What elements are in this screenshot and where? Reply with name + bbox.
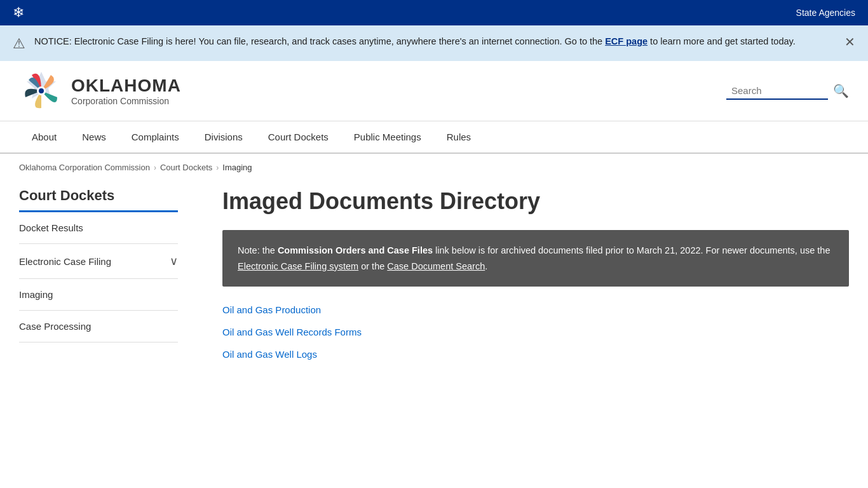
oil-gas-production-link[interactable]: Oil and Gas Production [222,304,849,315]
search-input[interactable] [726,83,828,100]
main-nav: About News Complaints Divisions Court Do… [0,121,868,154]
logo-text: OKLAHOMA Corporation Commission [71,76,181,106]
top-bar-logo: ❄ [13,4,24,21]
breadcrumb-parent[interactable]: Court Dockets [160,163,212,172]
sidebar-item-case-processing-label: Case Processing [19,321,91,332]
info-and: or the [358,261,387,271]
content-area: Imaged Documents Directory Note: the Com… [203,181,849,371]
notice-text-before: NOTICE: Electronic Case Filing is here! … [34,36,605,46]
breadcrumb-sep-1: › [154,163,156,172]
warning-icon: ⚠ [13,36,25,52]
sidebar-item-ecf[interactable]: Electronic Case Filing ∨ [19,244,178,279]
sidebar-item-imaging-label: Imaging [19,289,53,300]
state-agencies-link[interactable]: State Agencies [796,8,855,18]
ecf-system-link[interactable]: Electronic Case Filing system [238,261,358,271]
info-bold-text: Commission Orders and Case Files [278,245,433,255]
oil-gas-well-records-link[interactable]: Oil and Gas Well Records Forms [222,327,849,337]
site-header: OKLAHOMA Corporation Commission 🔍 [0,61,868,121]
logo-area: OKLAHOMA Corporation Commission [19,69,181,113]
ecf-page-link[interactable]: ECF page [605,36,648,46]
nav-about[interactable]: About [19,121,69,152]
nav-news[interactable]: News [69,121,119,152]
search-area: 🔍 [726,83,849,100]
notice-banner: ⚠ NOTICE: Electronic Case Filing is here… [0,25,868,61]
logo-commission: Corporation Commission [71,96,181,106]
svg-point-2 [39,88,44,93]
sidebar-item-imaging[interactable]: Imaging [19,279,178,311]
nav-divisions[interactable]: Divisions [192,121,255,152]
sidebar-item-case-processing[interactable]: Case Processing [19,311,178,342]
oklahoma-logo [19,69,64,113]
notice-close-button[interactable]: ✕ [844,34,855,50]
nav-rules[interactable]: Rules [434,121,484,152]
info-note-prefix: Note: the [238,245,278,255]
case-document-search-link[interactable]: Case Document Search [387,261,485,271]
chevron-down-icon: ∨ [170,254,178,268]
breadcrumb-home[interactable]: Oklahoma Corporation Commission [19,163,150,172]
breadcrumb: Oklahoma Corporation Commission › Court … [0,154,868,181]
nav-complaints[interactable]: Complaints [119,121,192,152]
breadcrumb-current: Imaging [222,163,252,172]
sidebar-item-ecf-label: Electronic Case Filing [19,256,111,267]
logo-oklahoma: OKLAHOMA [71,76,181,96]
info-end: . [485,261,487,271]
notice-text: NOTICE: Electronic Case Filing is here! … [34,34,836,49]
info-box: Note: the Commission Orders and Case Fil… [222,230,849,287]
main-content: Court Dockets Docket Results Electronic … [0,181,868,371]
top-bar: ❄ State Agencies [0,0,868,25]
notice-text-after: to learn more and get started today. [648,36,796,46]
nav-court-dockets[interactable]: Court Dockets [255,121,341,152]
oil-gas-well-logs-link[interactable]: Oil and Gas Well Logs [222,349,849,360]
sidebar-item-docket-results[interactable]: Docket Results [19,212,178,244]
nav-public-meetings[interactable]: Public Meetings [341,121,434,152]
sidebar-item-docket-results-label: Docket Results [19,222,83,233]
search-button[interactable]: 🔍 [833,83,849,98]
sidebar: Court Dockets Docket Results Electronic … [19,181,203,342]
page-title: Imaged Documents Directory [222,187,849,215]
info-note-middle: link below is for archived documents fil… [433,245,830,255]
sidebar-title: Court Dockets [19,187,178,212]
breadcrumb-sep-2: › [216,163,219,172]
